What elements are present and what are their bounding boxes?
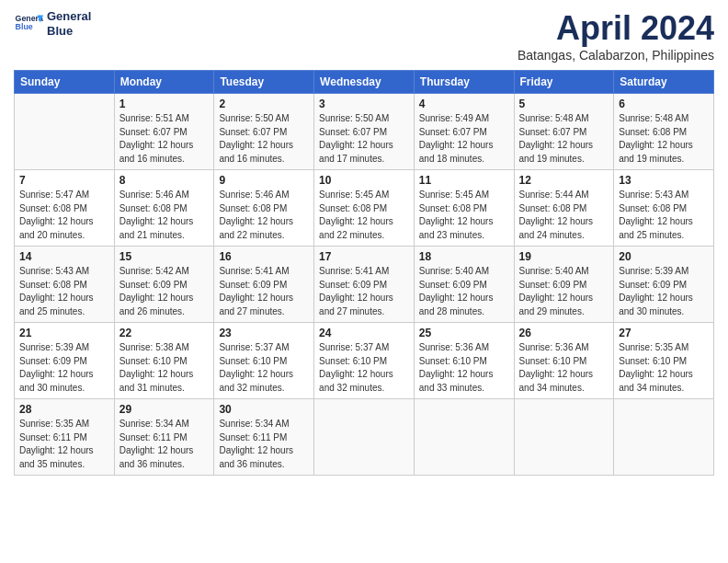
day-info: Sunrise: 5:41 AM Sunset: 6:09 PM Dayligh… [319, 265, 409, 318]
day-cell: 20Sunrise: 5:39 AM Sunset: 6:09 PM Dayli… [614, 247, 714, 323]
day-number: 18 [419, 250, 509, 263]
header-row: SundayMondayTuesdayWednesdayThursdayFrid… [15, 71, 714, 94]
day-info: Sunrise: 5:50 AM Sunset: 6:07 PM Dayligh… [219, 112, 309, 166]
day-header-monday: Monday [114, 71, 214, 94]
day-info: Sunrise: 5:42 AM Sunset: 6:09 PM Dayligh… [119, 265, 210, 318]
day-header-friday: Friday [514, 71, 614, 94]
day-cell: 29Sunrise: 5:34 AM Sunset: 6:11 PM Dayli… [114, 399, 214, 476]
day-cell: 18Sunrise: 5:40 AM Sunset: 6:09 PM Dayli… [414, 247, 514, 323]
day-cell [414, 399, 514, 476]
day-info: Sunrise: 5:51 AM Sunset: 6:07 PM Dayligh… [119, 112, 210, 166]
day-number: 3 [319, 98, 409, 110]
day-number: 6 [619, 98, 709, 110]
day-header-thursday: Thursday [414, 71, 514, 94]
day-info: Sunrise: 5:39 AM Sunset: 6:09 PM Dayligh… [619, 265, 709, 318]
day-info: Sunrise: 5:45 AM Sunset: 6:08 PM Dayligh… [419, 189, 509, 242]
day-cell: 12Sunrise: 5:44 AM Sunset: 6:08 PM Dayli… [514, 170, 614, 247]
day-cell: 17Sunrise: 5:41 AM Sunset: 6:09 PM Dayli… [314, 247, 415, 323]
day-number: 29 [119, 403, 210, 416]
day-number: 27 [619, 327, 709, 339]
location-subtitle: Batangas, Calabarzon, Philippines [518, 48, 714, 63]
day-info: Sunrise: 5:47 AM Sunset: 6:08 PM Dayligh… [19, 189, 109, 242]
day-cell: 5Sunrise: 5:48 AM Sunset: 6:07 PM Daylig… [514, 94, 614, 170]
day-cell: 3Sunrise: 5:50 AM Sunset: 6:07 PM Daylig… [314, 94, 415, 170]
day-number: 15 [119, 250, 210, 263]
day-info: Sunrise: 5:34 AM Sunset: 6:11 PM Dayligh… [119, 418, 210, 471]
week-row-4: 21Sunrise: 5:39 AM Sunset: 6:09 PM Dayli… [15, 323, 714, 399]
day-info: Sunrise: 5:40 AM Sunset: 6:09 PM Dayligh… [419, 265, 509, 318]
day-number: 21 [19, 327, 109, 339]
svg-text:Blue: Blue [16, 22, 33, 31]
title-area: April 2024 Batangas, Calabarzon, Philipp… [518, 9, 714, 63]
day-cell: 27Sunrise: 5:35 AM Sunset: 6:10 PM Dayli… [614, 323, 714, 399]
day-info: Sunrise: 5:38 AM Sunset: 6:10 PM Dayligh… [119, 341, 210, 395]
week-row-5: 28Sunrise: 5:35 AM Sunset: 6:11 PM Dayli… [15, 399, 714, 476]
day-cell: 22Sunrise: 5:38 AM Sunset: 6:10 PM Dayli… [114, 323, 214, 399]
day-cell: 15Sunrise: 5:42 AM Sunset: 6:09 PM Dayli… [114, 247, 214, 323]
day-cell [314, 399, 415, 476]
day-header-sunday: Sunday [15, 71, 115, 94]
day-cell: 14Sunrise: 5:43 AM Sunset: 6:08 PM Dayli… [15, 247, 115, 323]
day-number: 28 [19, 403, 109, 416]
day-info: Sunrise: 5:36 AM Sunset: 6:10 PM Dayligh… [519, 341, 609, 395]
day-info: Sunrise: 5:43 AM Sunset: 6:08 PM Dayligh… [619, 189, 709, 242]
day-info: Sunrise: 5:46 AM Sunset: 6:08 PM Dayligh… [119, 189, 210, 242]
day-info: Sunrise: 5:37 AM Sunset: 6:10 PM Dayligh… [319, 341, 409, 395]
day-cell: 25Sunrise: 5:36 AM Sunset: 6:10 PM Dayli… [414, 323, 514, 399]
day-info: Sunrise: 5:46 AM Sunset: 6:08 PM Dayligh… [219, 189, 309, 242]
day-number: 8 [119, 174, 210, 187]
day-cell: 10Sunrise: 5:45 AM Sunset: 6:08 PM Dayli… [314, 170, 415, 247]
day-cell: 6Sunrise: 5:48 AM Sunset: 6:08 PM Daylig… [614, 94, 714, 170]
day-number: 26 [519, 327, 609, 339]
day-header-saturday: Saturday [614, 71, 714, 94]
day-info: Sunrise: 5:37 AM Sunset: 6:10 PM Dayligh… [219, 341, 309, 395]
day-info: Sunrise: 5:49 AM Sunset: 6:07 PM Dayligh… [419, 112, 509, 166]
day-number: 23 [219, 327, 309, 339]
day-info: Sunrise: 5:40 AM Sunset: 6:09 PM Dayligh… [519, 265, 609, 318]
day-number: 11 [419, 174, 509, 187]
header: General Blue General Blue April 2024 Bat… [14, 9, 714, 63]
day-number: 17 [319, 250, 409, 263]
week-row-3: 14Sunrise: 5:43 AM Sunset: 6:08 PM Dayli… [15, 247, 714, 323]
day-number: 12 [519, 174, 609, 187]
day-cell: 23Sunrise: 5:37 AM Sunset: 6:10 PM Dayli… [214, 323, 314, 399]
day-number: 9 [219, 174, 309, 187]
day-header-wednesday: Wednesday [314, 71, 415, 94]
day-number: 16 [219, 250, 309, 263]
day-number: 4 [419, 98, 509, 110]
day-number: 30 [219, 403, 309, 416]
day-cell: 21Sunrise: 5:39 AM Sunset: 6:09 PM Dayli… [15, 323, 115, 399]
day-cell: 26Sunrise: 5:36 AM Sunset: 6:10 PM Dayli… [514, 323, 614, 399]
day-cell: 9Sunrise: 5:46 AM Sunset: 6:08 PM Daylig… [214, 170, 314, 247]
logo-text: General Blue [47, 9, 91, 38]
month-title: April 2024 [518, 9, 714, 48]
day-number: 25 [419, 327, 509, 339]
week-row-2: 7Sunrise: 5:47 AM Sunset: 6:08 PM Daylig… [15, 170, 714, 247]
day-number: 5 [519, 98, 609, 110]
day-number: 24 [319, 327, 409, 339]
day-number: 7 [19, 174, 109, 187]
day-number: 2 [219, 98, 309, 110]
day-info: Sunrise: 5:44 AM Sunset: 6:08 PM Dayligh… [519, 189, 609, 242]
day-cell [614, 399, 714, 476]
day-cell: 24Sunrise: 5:37 AM Sunset: 6:10 PM Dayli… [314, 323, 415, 399]
day-number: 13 [619, 174, 709, 187]
day-info: Sunrise: 5:48 AM Sunset: 6:07 PM Dayligh… [519, 112, 609, 166]
day-cell: 28Sunrise: 5:35 AM Sunset: 6:11 PM Dayli… [15, 399, 115, 476]
day-cell: 11Sunrise: 5:45 AM Sunset: 6:08 PM Dayli… [414, 170, 514, 247]
day-number: 10 [319, 174, 409, 187]
day-info: Sunrise: 5:41 AM Sunset: 6:09 PM Dayligh… [219, 265, 309, 318]
logo: General Blue General Blue [14, 9, 91, 39]
day-number: 22 [119, 327, 210, 339]
day-cell: 16Sunrise: 5:41 AM Sunset: 6:09 PM Dayli… [214, 247, 314, 323]
day-info: Sunrise: 5:50 AM Sunset: 6:07 PM Dayligh… [319, 112, 409, 166]
day-cell: 8Sunrise: 5:46 AM Sunset: 6:08 PM Daylig… [114, 170, 214, 247]
day-cell: 1Sunrise: 5:51 AM Sunset: 6:07 PM Daylig… [114, 94, 214, 170]
day-info: Sunrise: 5:39 AM Sunset: 6:09 PM Dayligh… [19, 341, 109, 395]
day-cell [514, 399, 614, 476]
day-info: Sunrise: 5:36 AM Sunset: 6:10 PM Dayligh… [419, 341, 509, 395]
day-cell: 7Sunrise: 5:47 AM Sunset: 6:08 PM Daylig… [15, 170, 115, 247]
day-cell: 2Sunrise: 5:50 AM Sunset: 6:07 PM Daylig… [214, 94, 314, 170]
day-header-tuesday: Tuesday [214, 71, 314, 94]
day-info: Sunrise: 5:35 AM Sunset: 6:10 PM Dayligh… [619, 341, 709, 395]
